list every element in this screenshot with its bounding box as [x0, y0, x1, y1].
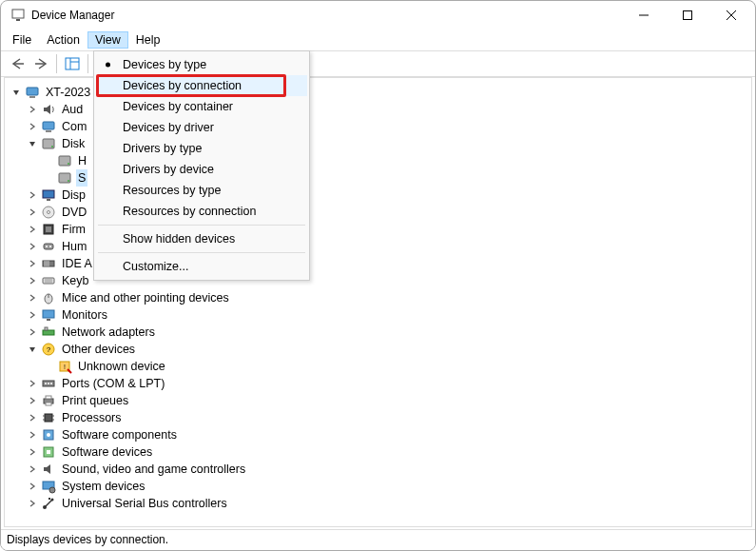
- svg-rect-36: [43, 278, 54, 284]
- svg-rect-8: [66, 58, 79, 69]
- tree-category[interactable]: Sound, video and game controllers: [9, 461, 751, 478]
- tree-category[interactable]: Ports (COM & LPT): [9, 375, 751, 392]
- ide-icon: [41, 256, 56, 271]
- tree-item[interactable]: !Unknown device: [9, 358, 751, 375]
- tree-category-label: Monitors: [60, 306, 109, 324]
- view-menu-item[interactable]: Resources by connection: [96, 201, 307, 222]
- close-button[interactable]: [709, 1, 753, 30]
- tree-root-label: XT-2023: [44, 84, 92, 101]
- svg-point-50: [45, 383, 47, 384]
- view-menu-item-label: Devices by driver: [123, 121, 214, 134]
- tree-category-label: DVD: [60, 204, 88, 221]
- status-bar: Displays devices by connection.: [1, 529, 755, 550]
- view-menu-item[interactable]: Drivers by device: [96, 159, 307, 180]
- menu-separator: [98, 252, 305, 253]
- svg-rect-54: [46, 396, 51, 399]
- chevron-right-icon[interactable]: [26, 462, 39, 476]
- disk-icon: [57, 170, 72, 186]
- tree-category[interactable]: Software components: [9, 426, 751, 443]
- chevron-right-icon[interactable]: [26, 308, 39, 322]
- tree-category-label: Universal Serial Bus controllers: [60, 495, 229, 512]
- view-menu-item[interactable]: Show hidden devices: [96, 228, 307, 249]
- tree-category[interactable]: Processors: [9, 409, 751, 426]
- view-menu-item[interactable]: Devices by container: [96, 96, 307, 117]
- tree-category-label: Print queues: [60, 392, 130, 409]
- minimize-button[interactable]: [622, 1, 666, 30]
- view-menu-item-label: Devices by type: [123, 58, 206, 71]
- tree-category-label: Firm: [60, 221, 87, 238]
- svg-point-22: [68, 180, 69, 182]
- view-menu-item[interactable]: Devices by driver: [96, 117, 307, 138]
- chevron-right-icon[interactable]: [26, 120, 39, 133]
- tree-category[interactable]: ?Other devices: [9, 341, 751, 358]
- hid-icon: [41, 239, 56, 254]
- tree-category-label: Ports (COM & LPT): [60, 375, 166, 392]
- cpu-icon: [41, 410, 56, 425]
- forward-button[interactable]: [29, 53, 52, 74]
- view-menu-item-label: Devices by connection: [123, 79, 242, 92]
- view-menu-item[interactable]: Devices by type: [96, 54, 307, 75]
- tree-category[interactable]: Mice and other pointing devices: [9, 289, 751, 306]
- svg-rect-42: [47, 319, 50, 321]
- tree-item-label: S: [76, 169, 87, 187]
- tree-category[interactable]: Network adapters: [9, 324, 751, 341]
- svg-text:?: ?: [47, 345, 51, 354]
- svg-rect-55: [46, 403, 51, 405]
- tree-category-label: Aud: [60, 101, 85, 118]
- show-hide-tree-button[interactable]: [61, 53, 84, 74]
- chevron-right-icon[interactable]: [26, 188, 39, 202]
- svg-rect-16: [46, 130, 51, 132]
- tree-category[interactable]: Monitors: [9, 306, 751, 324]
- menu-view[interactable]: View: [87, 31, 128, 49]
- chevron-right-icon[interactable]: [26, 206, 39, 219]
- chevron-right-icon[interactable]: [26, 274, 39, 287]
- tree-category-label: Software components: [60, 426, 179, 443]
- status-text: Displays devices by connection.: [7, 533, 168, 546]
- chevron-right-icon[interactable]: [26, 394, 39, 407]
- chevron-right-icon[interactable]: [26, 240, 39, 253]
- tree-category-label: Disp: [60, 187, 87, 204]
- menu-help[interactable]: Help: [128, 31, 168, 49]
- chevron-right-icon[interactable]: [26, 103, 39, 116]
- maximize-button[interactable]: [666, 1, 709, 30]
- view-menu-item-label: Devices by container: [123, 100, 233, 113]
- chevron-right-icon[interactable]: [26, 377, 39, 390]
- tree-category-label: Com: [60, 118, 88, 135]
- svg-rect-1: [16, 19, 20, 21]
- chevron-right-icon[interactable]: [26, 497, 39, 510]
- chevron-down-icon[interactable]: [26, 343, 39, 356]
- svg-point-52: [50, 383, 52, 384]
- chevron-right-icon[interactable]: [26, 480, 39, 493]
- menu-action[interactable]: Action: [39, 31, 87, 49]
- chevron-down-icon[interactable]: [26, 137, 39, 150]
- chevron-right-icon[interactable]: [26, 411, 39, 424]
- view-menu-item-label: Show hidden devices: [123, 232, 235, 246]
- back-button[interactable]: [7, 53, 29, 74]
- computer-icon: [41, 119, 56, 134]
- chevron-right-icon[interactable]: [26, 325, 39, 339]
- chevron-right-icon[interactable]: [26, 445, 39, 459]
- chevron-down-icon[interactable]: [10, 86, 23, 99]
- view-menu-item[interactable]: Devices by connection: [96, 75, 307, 96]
- tree-category[interactable]: Software devices: [9, 443, 751, 461]
- svg-rect-56: [45, 414, 52, 422]
- view-menu-item[interactable]: Resources by type: [96, 180, 307, 201]
- chevron-right-icon[interactable]: [26, 223, 39, 236]
- tree-category[interactable]: System devices: [9, 478, 751, 495]
- svg-rect-43: [43, 330, 54, 335]
- chevron-right-icon[interactable]: [26, 257, 39, 270]
- menu-separator: [98, 225, 305, 226]
- svg-point-20: [68, 163, 69, 165]
- view-menu-item[interactable]: Customize...: [96, 256, 307, 277]
- svg-rect-13: [27, 88, 38, 95]
- chevron-right-icon[interactable]: [26, 291, 39, 305]
- tree-category[interactable]: Print queues: [9, 392, 751, 409]
- view-menu-item[interactable]: Drivers by type: [96, 138, 307, 159]
- view-menu-item-label: Customize...: [123, 260, 188, 273]
- view-menu-item-label: Resources by connection: [123, 205, 256, 218]
- chevron-right-icon[interactable]: [26, 428, 39, 442]
- tree-category[interactable]: Universal Serial Bus controllers: [9, 495, 751, 512]
- menu-file[interactable]: File: [5, 31, 39, 49]
- svg-point-26: [48, 211, 50, 214]
- ports-icon: [41, 376, 56, 391]
